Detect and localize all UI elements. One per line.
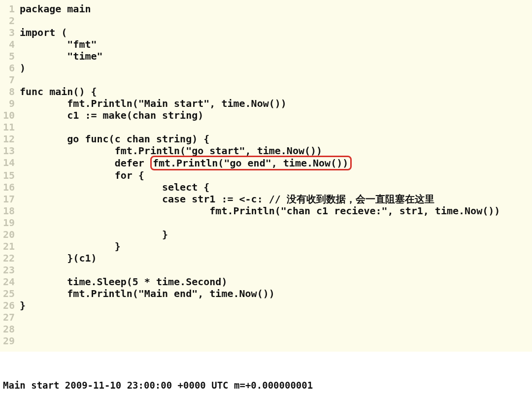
- code-line: 21 }: [2, 240, 530, 252]
- code-text: fmt.Println("chan c1 recieve:", str1, ti…: [20, 205, 530, 217]
- code-line: 6): [2, 62, 530, 74]
- code-line: 28: [2, 323, 530, 335]
- line-number: 1: [2, 3, 20, 15]
- program-output: Main start 2009-11-10 23:00:00 +0000 UTC…: [0, 352, 532, 397]
- code-line: 14 defer fmt.Println("go end", time.Now(…: [2, 157, 530, 169]
- line-number: 20: [2, 229, 20, 240]
- code-line: 7: [2, 74, 530, 86]
- code-text: [20, 264, 530, 276]
- code-line: 16 select {: [2, 181, 530, 193]
- code-text: package main: [20, 3, 530, 15]
- line-number: 27: [2, 311, 20, 323]
- code-text: [20, 323, 530, 335]
- code-text: "time": [20, 50, 530, 62]
- code-line: 2: [2, 15, 530, 27]
- code-text: "fmt": [20, 38, 530, 50]
- output-line: Main start 2009-11-10 23:00:00 +0000 UTC…: [3, 379, 529, 391]
- code-text: [20, 15, 530, 27]
- line-number: 23: [2, 264, 20, 276]
- code-line: 27: [2, 311, 530, 323]
- line-number: 28: [2, 323, 20, 335]
- line-number: 6: [2, 62, 20, 74]
- line-number: 11: [2, 121, 20, 133]
- code-line: 20 }: [2, 229, 530, 240]
- line-number: 8: [2, 86, 20, 98]
- code-line: 10 c1 := make(chan string): [2, 109, 530, 121]
- code-text: }: [20, 229, 530, 240]
- code-text: [20, 335, 530, 347]
- code-line: 1package main: [2, 3, 530, 15]
- code-text: fmt.Println("go start", time.Now()): [20, 145, 530, 157]
- line-number: 18: [2, 205, 20, 217]
- code-text: func main() {: [20, 86, 530, 98]
- line-number: 12: [2, 133, 20, 145]
- line-number: 13: [2, 145, 20, 157]
- code-line: 25 fmt.Println("Main end", time.Now()): [2, 288, 530, 299]
- code-line: 18 fmt.Println("chan c1 recieve:", str1,…: [2, 205, 530, 217]
- code-line: 9 fmt.Println("Main start", time.Now()): [2, 98, 530, 109]
- code-line: 8func main() {: [2, 86, 530, 98]
- line-number: 5: [2, 50, 20, 62]
- line-number: 29: [2, 335, 20, 347]
- code-text: }: [20, 240, 530, 252]
- code-editor: 1package main23import (4 "fmt"5 "time"6)…: [0, 0, 532, 352]
- code-text: for {: [20, 169, 530, 181]
- code-text: }(c1): [20, 252, 530, 264]
- line-number: 26: [2, 299, 20, 311]
- code-line: 22 }(c1): [2, 252, 530, 264]
- line-number: 21: [2, 240, 20, 252]
- line-number: 9: [2, 98, 20, 109]
- code-line: 17 case str1 := <-c: // 没有收到数据，会一直阻塞在这里: [2, 193, 530, 205]
- code-line: 12 go func(c chan string) {: [2, 133, 530, 145]
- line-number: 24: [2, 276, 20, 288]
- code-line: 19: [2, 217, 530, 229]
- code-text: [20, 74, 530, 86]
- line-number: 19: [2, 217, 20, 229]
- code-line: 15 for {: [2, 169, 530, 181]
- code-line: 26}: [2, 299, 530, 311]
- line-number: 7: [2, 74, 20, 86]
- code-line: 3import (: [2, 27, 530, 38]
- code-text: }: [20, 299, 530, 311]
- line-number: 3: [2, 27, 20, 38]
- line-number: 14: [2, 157, 20, 169]
- line-number: 16: [2, 181, 20, 193]
- code-text: case str1 := <-c: // 没有收到数据，会一直阻塞在这里: [20, 193, 530, 205]
- line-number: 2: [2, 15, 20, 27]
- code-text: [20, 121, 530, 133]
- code-line: 4 "fmt": [2, 38, 530, 50]
- code-text: time.Sleep(5 * time.Second): [20, 276, 530, 288]
- code-text: c1 := make(chan string): [20, 109, 530, 121]
- highlight-box: fmt.Println("go end", time.Now()): [150, 156, 352, 170]
- code-line: 13 fmt.Println("go start", time.Now()): [2, 145, 530, 157]
- line-number: 22: [2, 252, 20, 264]
- code-text: ): [20, 62, 530, 74]
- code-line: 5 "time": [2, 50, 530, 62]
- code-line: 29: [2, 335, 530, 347]
- code-text: [20, 311, 530, 323]
- line-number: 15: [2, 169, 20, 181]
- line-number: 17: [2, 193, 20, 205]
- line-number: 10: [2, 109, 20, 121]
- code-text: select {: [20, 181, 530, 193]
- code-text: [20, 217, 530, 229]
- code-text: fmt.Println("Main end", time.Now()): [20, 288, 530, 299]
- code-text: import (: [20, 27, 530, 38]
- code-line: 24 time.Sleep(5 * time.Second): [2, 276, 530, 288]
- code-line: 11: [2, 121, 530, 133]
- line-number: 4: [2, 38, 20, 50]
- code-text: fmt.Println("Main start", time.Now()): [20, 98, 530, 109]
- line-number: 25: [2, 288, 20, 299]
- code-text: defer fmt.Println("go end", time.Now()): [20, 157, 530, 169]
- code-text: go func(c chan string) {: [20, 133, 530, 145]
- code-line: 23: [2, 264, 530, 276]
